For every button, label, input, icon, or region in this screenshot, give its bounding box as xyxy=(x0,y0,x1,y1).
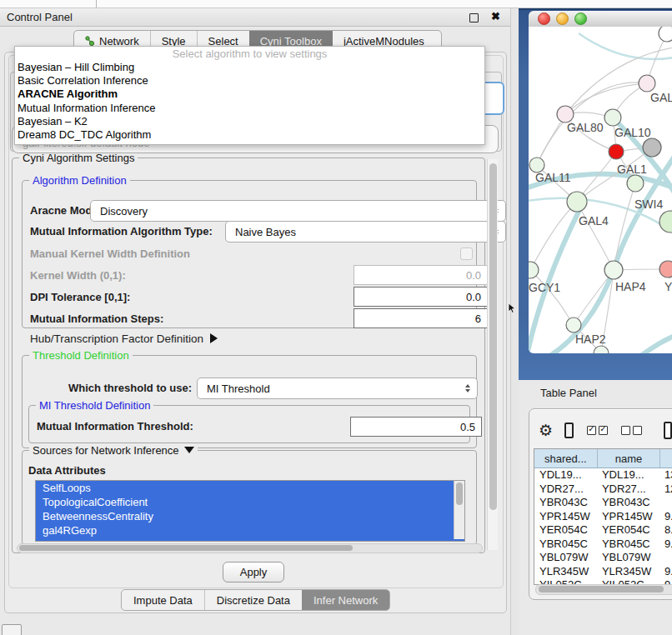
sources-group-title[interactable]: Sources for Network Inference xyxy=(29,444,198,457)
control-panel-title: Control Panel xyxy=(0,11,73,23)
kernel-width-label: Kernel Width (0,1): xyxy=(30,269,126,282)
network-edge[interactable] xyxy=(574,270,614,325)
dropdown-placeholder: Select algorithm to view settings xyxy=(15,47,484,61)
deselect-all-checks-icon[interactable] xyxy=(621,426,642,435)
node-label: HAP4 xyxy=(615,280,646,293)
mac-zoom-icon[interactable] xyxy=(574,12,587,25)
close-icon[interactable]: ✖ xyxy=(491,10,500,22)
which-threshold-combo[interactable]: MI Threshold xyxy=(197,378,478,399)
dropdown-item[interactable]: Dream8 DC_TDC Algorithm xyxy=(15,128,484,142)
network-node-gal[interactable] xyxy=(639,75,655,92)
mi-threshold-group-title: MI Threshold Definition xyxy=(36,399,153,412)
network-node-y[interactable] xyxy=(659,261,672,278)
network-node[interactable] xyxy=(659,27,672,42)
network-edge[interactable] xyxy=(530,202,577,270)
settings-vertical-scrollbar[interactable] xyxy=(487,159,498,550)
node-label: Y xyxy=(664,280,672,293)
table-row[interactable]: YBR045C YBR045C 9. xyxy=(534,538,672,552)
screen: Control Panel ✖ Network Style Select Cyn… xyxy=(0,0,672,635)
column-header-shared-name[interactable]: shared... xyxy=(534,449,598,468)
node-label: GAL10 xyxy=(614,126,651,139)
which-threshold-label: Which threshold to use: xyxy=(67,382,192,394)
attribute-item[interactable]: TopologicalCoefficient xyxy=(36,495,464,509)
float-panel-icon[interactable] xyxy=(469,13,479,22)
table-row[interactable]: YIL052C YIL052C 9 xyxy=(534,578,672,584)
algorithm-dropdown-list: Select algorithm to view settings Bayesi… xyxy=(14,46,485,145)
network-view[interactable]: GALGAL80GAL10GAL1GAL11GAL4SWI4HAP4YGCY1H… xyxy=(529,27,672,353)
docked-panel-mini-icon[interactable] xyxy=(2,624,22,635)
hub-definition-toggle[interactable]: Hub/Transcription Factor Definition xyxy=(30,332,218,345)
network-window-titlebar[interactable] xyxy=(529,11,672,28)
node-label: SWI4 xyxy=(634,198,663,211)
node-label: GAL4 xyxy=(579,214,609,228)
mac-minimize-icon[interactable] xyxy=(556,12,569,25)
table-body: YDL19... YDL19... 13 YDR27... YDR27... 1… xyxy=(534,468,672,584)
node-label: GAL80 xyxy=(567,121,604,134)
network-tab-icon xyxy=(85,36,95,47)
dropdown-item[interactable]: Bayesian – Hill Climbing xyxy=(15,61,484,74)
network-node[interactable] xyxy=(609,144,624,159)
tab-discretize-data[interactable]: Discretize Data xyxy=(204,590,302,610)
mi-type-combo[interactable]: Naive Bayes xyxy=(225,221,506,242)
tab-infer-network[interactable]: Infer Network xyxy=(302,590,389,610)
mac-close-icon[interactable] xyxy=(538,12,550,25)
columns-icon[interactable] xyxy=(564,422,574,438)
network-edge[interactable] xyxy=(642,333,672,353)
node-label: GAL xyxy=(650,91,672,104)
dropdown-item[interactable]: Bayesian – K2 xyxy=(15,115,484,128)
attribute-item[interactable]: SelfLoops xyxy=(36,481,464,495)
apply-button[interactable]: Apply xyxy=(223,562,284,582)
node-label: GAL1 xyxy=(617,162,647,176)
dropdown-item-selected[interactable]: ARACNE Algorithm xyxy=(15,88,484,101)
aracne-mode-combo[interactable]: Discovery xyxy=(90,200,506,222)
network-svg: GALGAL80GAL10GAL1GAL11GAL4SWI4HAP4YGCY1H… xyxy=(529,27,672,353)
mi-steps-field[interactable]: 6 xyxy=(354,308,488,328)
dropdown-item[interactable]: Basic Correlation Inference xyxy=(15,74,484,88)
network-node-gal10[interactable] xyxy=(604,109,621,126)
tab-impute-data[interactable]: Impute Data xyxy=(122,590,204,610)
attribute-item[interactable]: BetweennessCentrality xyxy=(36,509,464,523)
select-all-checks-icon[interactable] xyxy=(587,426,608,435)
mi-threshold-field[interactable]: 0.5 xyxy=(350,417,482,437)
table-row[interactable]: YBR043C YBR043C xyxy=(534,496,672,510)
settings-horizontal-scrollbar[interactable] xyxy=(17,543,483,553)
node-label: GAL11 xyxy=(535,171,571,184)
export-table-icon[interactable] xyxy=(664,422,672,439)
kernel-width-field[interactable]: 0.0 xyxy=(354,265,488,285)
table-row[interactable]: YPR145W YPR145W 9. xyxy=(534,510,672,524)
network-edge[interactable] xyxy=(579,33,672,59)
network-node-gal1[interactable] xyxy=(627,175,644,192)
dpi-tolerance-field[interactable]: 0.0 xyxy=(354,287,488,307)
column-header-name[interactable]: name xyxy=(598,449,661,468)
node-label: HAP2 xyxy=(575,332,606,346)
table-row[interactable]: YDR27... YDR27... 12 xyxy=(534,482,672,497)
network-edge[interactable] xyxy=(577,202,614,270)
dropdown-item[interactable]: Mutual Information Inference xyxy=(15,102,484,115)
network-node-hap4[interactable] xyxy=(604,261,623,279)
table-row[interactable]: YER054C YER054C 8. xyxy=(534,523,672,538)
table-row[interactable]: YBL079W YBL079W xyxy=(534,551,672,565)
attributes-vertical-scrollbar[interactable] xyxy=(454,481,464,539)
manual-kernel-checkbox[interactable] xyxy=(460,248,473,260)
network-node-gal80[interactable] xyxy=(557,106,574,122)
cyni-bottom-tabs: Impute Data Discretize Data Infer Networ… xyxy=(121,589,390,611)
table-row[interactable]: YLR345W YLR345W 9. xyxy=(534,565,672,579)
column-header-cutoff[interactable]: A xyxy=(660,449,672,468)
network-node[interactable] xyxy=(594,346,609,353)
expand-right-icon xyxy=(210,333,218,343)
network-node-gal4[interactable] xyxy=(567,192,587,212)
gear-icon[interactable]: ⚙ xyxy=(539,421,553,440)
table-row[interactable]: YDL19... YDL19... 13 xyxy=(534,468,672,482)
network-node-gcy1[interactable] xyxy=(529,262,539,278)
data-attributes-label: Data Attributes xyxy=(28,464,106,477)
combo-spinner-icon xyxy=(465,384,470,392)
attribute-item[interactable]: gal4RGexp xyxy=(36,523,464,538)
network-node-hap2[interactable] xyxy=(566,318,581,332)
network-node-swi4[interactable] xyxy=(659,211,672,232)
table-toolbar: ⚙ xyxy=(534,419,672,441)
network-node[interactable] xyxy=(643,138,661,157)
settings-group-title: Cyni Algorithm Settings xyxy=(19,152,138,164)
network-edge[interactable] xyxy=(565,83,647,114)
algorithm-definition-title: Algorithm Definition xyxy=(29,174,130,187)
table-horizontal-scrollbar[interactable] xyxy=(535,584,672,595)
